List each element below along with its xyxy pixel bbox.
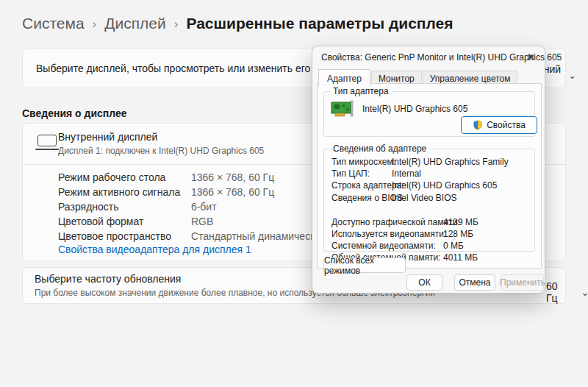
info-label: Разрядность <box>58 201 188 213</box>
adapter-properties-dialog: Свойства: Generic PnP Monitor и Intel(R)… <box>312 46 545 294</box>
apply-button[interactable]: Применить <box>501 274 544 291</box>
info-value: Internal <box>392 168 421 179</box>
info-label: Тип ЦАП: <box>331 168 392 179</box>
info-value: Intel(R) UHD Graphics Family <box>392 157 509 167</box>
adapter-properties-button[interactable]: Свойства <box>461 116 537 134</box>
list-all-modes-button[interactable]: Список всех режимов <box>323 258 406 273</box>
tab-adapter[interactable]: Адаптер <box>318 69 370 87</box>
cancel-button[interactable]: Отмена <box>454 274 495 291</box>
chevron-down-icon: ⌄ <box>568 71 576 80</box>
adapter-info-row: Строка адаптера: Intel(R) UHD Graphics 6… <box>331 180 530 192</box>
refresh-rate-dropdown[interactable]: 60 Гц ⌄ <box>546 280 588 304</box>
info-label: Тип микросхем: <box>331 157 392 167</box>
ok-button[interactable]: ОК <box>406 274 442 291</box>
memory-info-row: Системной видеопамяти: 0 МБ <box>331 241 530 252</box>
memory-info-row: Используется видеопамяти: 128 МБ <box>331 229 530 241</box>
breadcrumb-system[interactable]: Система <box>22 15 85 32</box>
info-value: 128 МБ <box>443 229 473 239</box>
info-row-desktop-mode: Режим рабочего стола 1366 × 768, 60 Гц <box>58 171 274 183</box>
breadcrumb-separator-icon: › <box>93 16 97 32</box>
adapter-info-group-label: Сведения об адаптере <box>330 143 429 154</box>
info-value: 4139 МБ <box>443 217 478 227</box>
gpu-card-icon <box>330 99 355 121</box>
adapter-type-group-label: Тип адаптера <box>330 86 392 96</box>
adapter-info-groupbox: Сведения об адаптере Тип микросхем: Inte… <box>323 149 535 252</box>
info-value: Intel(R) UHD Graphics 605 <box>392 180 497 191</box>
info-value: 6-бит <box>191 201 217 213</box>
info-label: Строка адаптера: <box>331 180 392 191</box>
memory-info-row: Доступно графической памяти: 4139 МБ <box>331 217 530 229</box>
adapter-info-row: Тип ЦАП: Internal <box>331 168 530 180</box>
breadcrumb-display[interactable]: Дисплей <box>104 15 166 32</box>
chevron-down-icon: ⌄ <box>581 288 588 297</box>
adapter-info-row: Тип микросхем: Intel(R) UHD Graphics Fam… <box>331 157 530 168</box>
info-label: Системной видеопамяти: <box>331 241 443 251</box>
adapter-type-groupbox: Тип адаптера Intel(R) UHD Graphics 605 <box>323 91 535 137</box>
info-label: Цветовой формат <box>58 216 188 227</box>
info-label: Цветовое пространство <box>58 230 188 242</box>
adapter-tab-panel: Тип адаптера Intel(R) UHD Graphics 605 <box>317 83 542 269</box>
info-value: 1366 × 768, 60 Гц <box>191 186 274 198</box>
info-value: RGB <box>191 216 213 227</box>
breadcrumb-separator-icon: › <box>174 16 179 32</box>
properties-button-label: Свойства <box>487 120 526 130</box>
info-row-signal-mode: Режим активного сигнала 1366 × 768, 60 Г… <box>58 186 274 198</box>
info-value: 4011 МБ <box>443 252 478 263</box>
info-value: 0 МБ <box>443 241 464 251</box>
info-label: Режим рабочего стола <box>58 171 188 183</box>
uac-shield-icon <box>473 120 483 130</box>
info-value: 1366 × 768, 60 Гц <box>191 171 274 183</box>
settings-window: Система › Дисплей › Расширенные параметр… <box>0 0 588 387</box>
refresh-rate-title: Выберите частоту обновления <box>35 273 181 285</box>
adapter-properties-link[interactable]: Свойства видеоадаптера для дисплея 1 <box>58 244 251 255</box>
display-name: Внутренний дисплей <box>58 131 157 143</box>
display-info-section-title: Сведения о дисплее <box>22 107 127 119</box>
page-title: Расширенные параметры дисплея <box>186 15 453 32</box>
info-value: Intel Video BIOS <box>392 193 457 203</box>
info-label: Сведения о BIOS: <box>331 193 392 203</box>
info-label: Доступно графической памяти: <box>331 217 443 227</box>
refresh-rate-value: 60 Гц <box>546 280 558 304</box>
dialog-title: Свойства: Generic PnP Monitor и Intel(R)… <box>321 52 562 63</box>
display-connection: Дисплей 1: подключен к Intel(R) UHD Grap… <box>58 146 264 156</box>
info-label: Используется видеопамяти: <box>331 229 443 239</box>
info-row-bit-depth: Разрядность 6-бит <box>58 201 217 213</box>
adapter-info-row: Сведения о BIOS: Intel Video BIOS <box>331 193 530 205</box>
laptop-display-icon <box>37 135 57 146</box>
adapter-name: Intel(R) UHD Graphics 605 <box>362 104 467 114</box>
info-label: Режим активного сигнала <box>58 186 188 198</box>
breadcrumb: Система › Дисплей › Расширенные параметр… <box>22 15 453 32</box>
close-icon[interactable]: ✕ <box>526 51 535 64</box>
info-row-color-format: Цветовой формат RGB <box>58 216 213 227</box>
